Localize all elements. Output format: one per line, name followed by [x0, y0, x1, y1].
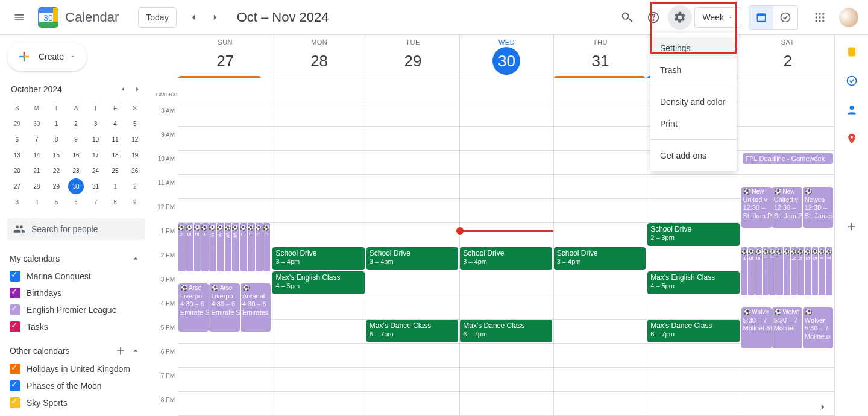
day-column[interactable]: ⚽ S⚽ S⚽ E⚽ E⚽ M⚽ M⚽ W⚽ W⚽ L⚽ L⚽ C⚽ C⚽ Ar… [178, 78, 272, 416]
other-calendars-header[interactable]: Other calendars [7, 341, 145, 361]
mini-day[interactable]: 3 [88, 116, 104, 131]
my-calendars-header[interactable]: My calendars [7, 250, 145, 268]
mini-day[interactable]: 5 [48, 194, 64, 210]
calendar-view-button[interactable] [749, 6, 773, 29]
mini-day[interactable]: 5 [127, 116, 143, 131]
calendar-checkbox[interactable] [10, 364, 20, 374]
mini-day[interactable]: 27 [9, 178, 25, 194]
account-avatar[interactable] [839, 8, 858, 27]
mini-next-button[interactable] [130, 82, 145, 96]
day-column[interactable]: School Drive3 – 4pmMax's English Class4 … [272, 78, 365, 416]
mini-day[interactable]: 16 [68, 147, 84, 163]
multi-event-strip[interactable]: ⚽ NewUnited v12:30 –St. Jam Park,⚽ NewUn… [741, 187, 833, 228]
mini-day[interactable]: 2 [127, 178, 143, 194]
calendar-item[interactable]: Phases of the Moon [7, 377, 145, 394]
multi-event-strip[interactable]: ⚽ B⚽ B⚽ E⚽ I⚽ I⚽ L⚽ L⚽ N⚽ N⚽ S⚽ S⚽ T⚽ T [741, 247, 833, 295]
keep-icon[interactable] [840, 40, 864, 64]
multi-event-strip[interactable]: ⚽ ArseLiverpo4:30 – 6Emirate Stadium⚽ Ar… [178, 283, 271, 332]
mini-day[interactable]: 30 [68, 178, 84, 194]
mini-day[interactable]: 23 [68, 163, 84, 178]
allday-event[interactable]: Halloween [554, 76, 645, 78]
prev-period-button[interactable] [184, 8, 203, 27]
add-side-panel-button[interactable]: + [847, 218, 855, 235]
today-button[interactable]: Today [138, 7, 176, 28]
maps-icon[interactable] [840, 127, 864, 151]
day-column[interactable]: FPL Deadline - Gameweek⚽ NewUnited v12:3… [741, 78, 834, 416]
event[interactable]: Max's Dance Class6 – 7pm [647, 320, 739, 342]
mini-day[interactable]: 24 [88, 163, 104, 178]
mini-day[interactable]: 21 [29, 163, 45, 178]
calendar-item[interactable]: Sky Sports [7, 394, 145, 411]
mini-day[interactable]: 7 [88, 194, 104, 210]
next-period-button[interactable] [206, 8, 225, 27]
mini-day[interactable]: 8 [48, 131, 64, 147]
mini-day[interactable]: 18 [107, 147, 123, 163]
day-header[interactable]: TUE29 [366, 35, 459, 75]
event[interactable]: School Drive3 – 4pm [554, 247, 646, 270]
mini-day[interactable]: 4 [29, 194, 45, 210]
mini-day[interactable]: 17 [88, 147, 104, 163]
contacts-icon[interactable] [840, 98, 864, 122]
search-people-input[interactable]: Search for people [7, 218, 145, 240]
day-header[interactable]: SUN27 [178, 35, 272, 75]
search-button[interactable] [615, 5, 639, 30]
day-column[interactable]: School Drive3 – 4pm [553, 78, 647, 416]
day-header[interactable]: MON28 [272, 35, 365, 75]
calendar-item[interactable]: Holidays in United Kingdom [7, 361, 145, 377]
settings-menu-print[interactable]: Print [650, 113, 737, 134]
mini-day[interactable]: 4 [107, 116, 123, 131]
settings-menu-settings[interactable]: Settings [650, 37, 737, 59]
allday-event[interactable]: FPL Deadline - Gameweek [743, 153, 833, 164]
mini-day[interactable]: 1 [107, 178, 123, 194]
event[interactable]: Max's English Class4 – 5pm [647, 271, 739, 294]
settings-menu-trash[interactable]: Trash [650, 59, 737, 81]
allday-cell[interactable] [741, 75, 834, 78]
multi-event-strip[interactable]: ⚽ Wolve5:30 – 7Molinet Stadium⚽ Wolve5:3… [741, 307, 833, 348]
mini-day[interactable]: 28 [29, 178, 45, 194]
day-column[interactable]: School Drive3 – 4pmMax's Dance Class6 – … [459, 78, 553, 416]
mini-day[interactable]: 9 [127, 194, 143, 210]
mini-day[interactable]: 22 [48, 163, 64, 178]
calendar-checkbox[interactable] [10, 271, 20, 282]
calendar-checkbox[interactable] [10, 380, 20, 391]
settings-gear-button[interactable] [668, 5, 692, 30]
mini-day[interactable]: 12 [127, 131, 143, 147]
calendar-checkbox[interactable] [10, 288, 20, 298]
allday-cell[interactable]: Daylight Saving Time en [178, 75, 272, 78]
mini-calendar[interactable]: SMTWTFS293012345678910111213141516171819… [7, 100, 145, 210]
main-menu-button[interactable] [5, 3, 34, 32]
tasks-icon[interactable] [840, 69, 864, 93]
help-button[interactable] [641, 5, 665, 30]
calendar-item[interactable]: Marina Conquest [7, 268, 145, 285]
mini-day[interactable]: 20 [9, 163, 25, 178]
event[interactable]: School Drive3 – 4pm [272, 247, 364, 270]
calendar-checkbox[interactable] [10, 304, 20, 315]
calendar-item[interactable]: Tasks [7, 318, 145, 335]
add-calendar-icon[interactable] [115, 345, 127, 357]
mini-day[interactable]: 30 [29, 116, 45, 131]
multi-event-strip[interactable]: ⚽ S⚽ S⚽ E⚽ E⚽ M⚽ M⚽ W⚽ W⚽ L⚽ L⚽ C⚽ C [178, 223, 271, 271]
expand-panel-button[interactable] [817, 402, 828, 412]
mini-day[interactable]: 15 [48, 147, 64, 163]
allday-cell[interactable]: Halloween [553, 75, 647, 78]
tasks-view-button[interactable] [773, 6, 797, 29]
mini-day[interactable]: 11 [107, 131, 123, 147]
calendar-checkbox[interactable] [10, 397, 20, 408]
calendar-item[interactable]: English Premier League [7, 301, 145, 318]
event[interactable]: Max's English Class4 – 5pm [272, 271, 364, 294]
allday-cell[interactable] [272, 75, 365, 78]
day-header[interactable]: WED30 [459, 35, 553, 75]
calendar-checkbox[interactable] [10, 321, 20, 332]
mini-day[interactable]: 26 [127, 163, 143, 178]
google-apps-button[interactable] [808, 5, 832, 30]
event[interactable]: School Drive3 – 4pm [460, 247, 552, 270]
allday-cell[interactable] [459, 75, 553, 78]
mini-day[interactable]: 2 [68, 116, 84, 131]
mini-day[interactable]: 19 [127, 147, 143, 163]
day-header[interactable]: THU31 [553, 35, 647, 75]
mini-day[interactable]: 7 [29, 131, 45, 147]
mini-day[interactable]: 14 [29, 147, 45, 163]
mini-day[interactable]: 8 [107, 194, 123, 210]
view-selector[interactable]: Week [694, 7, 741, 28]
event[interactable]: Max's Dance Class6 – 7pm [460, 320, 552, 342]
